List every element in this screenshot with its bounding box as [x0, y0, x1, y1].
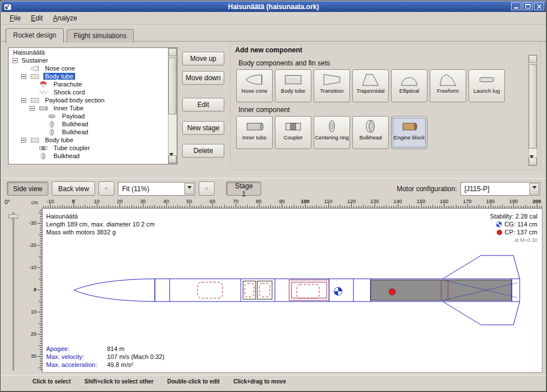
tree-expander-icon[interactable] [21, 98, 26, 103]
ruler-label: 100 [301, 199, 309, 204]
rotation-slider-thumb[interactable] [9, 214, 18, 218]
tree-expander-icon[interactable] [30, 106, 35, 111]
parachute-icon [37, 81, 50, 88]
add-nose-cone-button[interactable]: Nose cone [236, 69, 273, 102]
ruler-label: 170 [463, 199, 471, 204]
rotation-slider-track[interactable] [13, 212, 14, 370]
ruler-label: 160 [440, 199, 449, 204]
nose-cone-icon [244, 72, 265, 87]
apogee-label: Apogee: [46, 345, 107, 353]
component-scrollbar[interactable] [528, 55, 537, 166]
add-coupler-button[interactable]: Coupler [275, 116, 311, 149]
tree-item-label: Bulkhead [60, 121, 90, 127]
shock-cord-icon [37, 89, 50, 96]
window-menu-icon[interactable] [3, 3, 12, 10]
ruler-label: -10 [47, 199, 54, 204]
combo-arrow-icon[interactable] [529, 183, 539, 195]
trapezoidal-fin-icon [360, 72, 381, 87]
ruler-label: 0 [34, 287, 36, 292]
add-centering-ring-button[interactable]: Centering ring [314, 116, 350, 149]
component-section-label: Inner component [238, 106, 524, 114]
combo-arrow-icon[interactable] [184, 183, 194, 195]
add-bulkhead-button[interactable]: Bulkhead [352, 116, 389, 149]
scroll-down-button[interactable] [529, 158, 537, 166]
stage-1-button[interactable]: Stage 1 [226, 181, 261, 196]
rocket-name: Haisunäätä [46, 212, 155, 220]
component-button-label: Nose cone [241, 88, 267, 94]
ruler-label: -20 [29, 242, 36, 248]
zoom-combo[interactable]: Fit (11%) [118, 182, 195, 196]
add-freeform-button[interactable]: Freeform [430, 69, 466, 102]
component-scrollbar-thumb[interactable] [529, 64, 537, 148]
tree-expander-icon[interactable] [13, 58, 18, 63]
tree-item-haisun-t[interactable]: Haisunäätä [9, 48, 167, 56]
add-inner-tube-button[interactable]: Inner tube [236, 116, 273, 149]
tree-item-payload-body-section[interactable]: Payload body section [9, 96, 167, 104]
add-body-tube-button[interactable]: Body tube [275, 69, 311, 102]
tree-expander-icon[interactable] [21, 74, 26, 79]
add-transition-button[interactable]: Transition [314, 69, 350, 102]
tree-item-parachute[interactable]: Parachute [9, 80, 167, 88]
ruler-label: 190 [509, 199, 518, 204]
ruler-label: 10 [31, 309, 36, 315]
close-icon [537, 4, 542, 9]
motor-configuration-combo[interactable]: [J115-P] [460, 182, 540, 196]
tree-item-nose-cone[interactable]: Nose cone [9, 64, 167, 72]
add-launch-lug-button[interactable]: Launch lug [468, 69, 505, 102]
tree-expander-icon[interactable] [21, 138, 26, 143]
centering-ring-icon [321, 119, 343, 134]
max-velocity-value: 107 m/s (Mach 0.32) [107, 353, 164, 361]
delete-button[interactable]: Delete [182, 144, 224, 158]
back-view-button[interactable]: Back view [52, 181, 95, 196]
add-elliptical-button[interactable]: Elliptical [391, 69, 427, 102]
component-tree-panel: HaisunäätäSustainerNose coneBody tubePar… [8, 47, 178, 164]
zoom-out-button[interactable] [199, 181, 215, 196]
tree-item-shock-cord[interactable]: Shock cord [9, 88, 167, 96]
ruler-label: 110 [324, 199, 332, 204]
rocket-canvas[interactable]: Haisunäätä Length 189 cm, max. diameter … [42, 208, 542, 373]
tree-item-label: Sustainer [20, 57, 50, 64]
component-tree: HaisunäätäSustainerNose coneBody tubePar… [9, 48, 167, 163]
tree-scrollbar[interactable] [168, 48, 177, 164]
inner-tube-icon [244, 119, 265, 134]
menu-edit[interactable]: Edit [26, 13, 48, 24]
ruler-label: 10 [94, 199, 100, 204]
tree-item-payload[interactable]: Payload [9, 112, 167, 120]
tree-item-sustainer[interactable]: Sustainer [9, 56, 167, 64]
side-view-button[interactable]: Side view [7, 181, 48, 196]
tree-item-inner-tube[interactable]: Inner Tube [9, 104, 167, 112]
tree-item-bulkhead[interactable]: Bulkhead [9, 120, 167, 128]
ruler-label: 130 [371, 199, 379, 204]
tree-item-bulkhead[interactable]: Bulkhead [9, 152, 167, 160]
menu-file[interactable]: File [5, 13, 26, 24]
add-trapezoidal-button[interactable]: Trapezoidal [352, 69, 389, 102]
tree-item-bulkhead[interactable]: Bulkhead [9, 128, 167, 136]
max-acceleration-label: Max. acceleration: [46, 361, 107, 369]
tree-item-body-tube[interactable]: Body tube [9, 136, 167, 144]
tree-item-tube-coupler[interactable]: Tube coupler [9, 144, 167, 152]
add-engine-block-button[interactable]: Engine block [391, 116, 427, 149]
component-button-label: Body tube [281, 88, 306, 94]
transition-icon [321, 72, 343, 87]
tab-flight-simulations[interactable]: Flight simulations [67, 29, 134, 43]
ruler-label: 30 [140, 199, 146, 204]
tree-item-body-tube[interactable]: Body tube [9, 72, 167, 80]
tree-scrollbar-thumb[interactable] [168, 57, 176, 114]
minimize-button[interactable] [511, 2, 521, 10]
cp-marker [389, 289, 396, 295]
hint-shift-click: Shift+click to select other [84, 378, 153, 385]
rocket-info: Haisunäätä Length 189 cm, max. diameter … [46, 212, 155, 236]
menu-analyze[interactable]: Analyze [48, 13, 83, 24]
scroll-up-button[interactable] [168, 48, 176, 56]
edit-button[interactable]: Edit [182, 98, 224, 112]
new-stage-button[interactable]: New stage [182, 121, 224, 135]
rocket-view-area: 0° cm -100102030405060708090100110120130… [1, 197, 546, 374]
window-title: Haisunäätä (haisunaata.ork) [1, 3, 546, 11]
scroll-down-button[interactable] [168, 155, 176, 163]
close-button[interactable] [534, 2, 544, 10]
scroll-up-button[interactable] [529, 55, 537, 63]
move-up-button[interactable]: Move up [182, 52, 224, 65]
zoom-in-button[interactable] [98, 181, 114, 196]
move-down-button[interactable]: Move down [182, 71, 224, 85]
maximize-button[interactable] [523, 2, 533, 10]
